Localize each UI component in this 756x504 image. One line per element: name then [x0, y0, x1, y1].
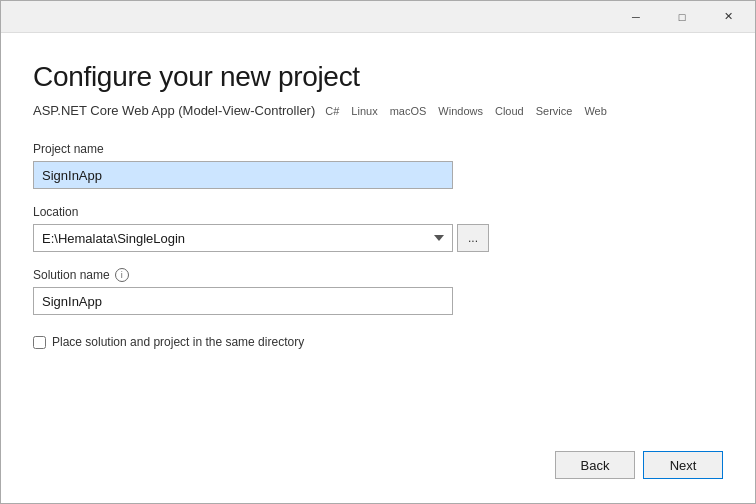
window-controls: ─ □ ✕ [613, 1, 751, 33]
info-icon[interactable]: i [115, 268, 129, 282]
same-directory-row: Place solution and project in the same d… [33, 335, 723, 349]
tag-service: Service [534, 105, 575, 117]
maximize-button[interactable]: □ [659, 1, 705, 33]
title-bar: ─ □ ✕ [1, 1, 755, 33]
same-directory-checkbox[interactable] [33, 336, 46, 349]
tag-cloud: Cloud [493, 105, 526, 117]
page-title: Configure your new project [33, 61, 723, 93]
location-select[interactable]: E:\Hemalata\SingleLogin [33, 224, 453, 252]
tag-web: Web [582, 105, 608, 117]
subtitle-row: ASP.NET Core Web App (Model-View-Control… [33, 103, 723, 118]
project-name-label: Project name [33, 142, 723, 156]
form: Project name Location E:\Hemalata\Single… [33, 142, 723, 349]
tag-macos: macOS [388, 105, 429, 117]
content-area: Configure your new project ASP.NET Core … [1, 33, 755, 503]
tag-windows: Windows [436, 105, 485, 117]
footer: Back Next [33, 435, 723, 479]
minimize-button[interactable]: ─ [613, 1, 659, 33]
project-name-input[interactable] [33, 161, 453, 189]
same-directory-label[interactable]: Place solution and project in the same d… [52, 335, 304, 349]
next-button[interactable]: Next [643, 451, 723, 479]
main-window: ─ □ ✕ Configure your new project ASP.NET… [0, 0, 756, 504]
location-row: E:\Hemalata\SingleLogin ... [33, 224, 723, 252]
location-group: Location E:\Hemalata\SingleLogin ... [33, 205, 723, 252]
project-name-group: Project name [33, 142, 723, 189]
back-button[interactable]: Back [555, 451, 635, 479]
project-type-label: ASP.NET Core Web App (Model-View-Control… [33, 103, 315, 118]
browse-button[interactable]: ... [457, 224, 489, 252]
solution-name-input[interactable] [33, 287, 453, 315]
tag-linux: Linux [349, 105, 379, 117]
close-button[interactable]: ✕ [705, 1, 751, 33]
solution-name-label: Solution name i [33, 268, 723, 282]
location-label: Location [33, 205, 723, 219]
tag-csharp: C# [323, 105, 341, 117]
solution-name-group: Solution name i [33, 268, 723, 315]
